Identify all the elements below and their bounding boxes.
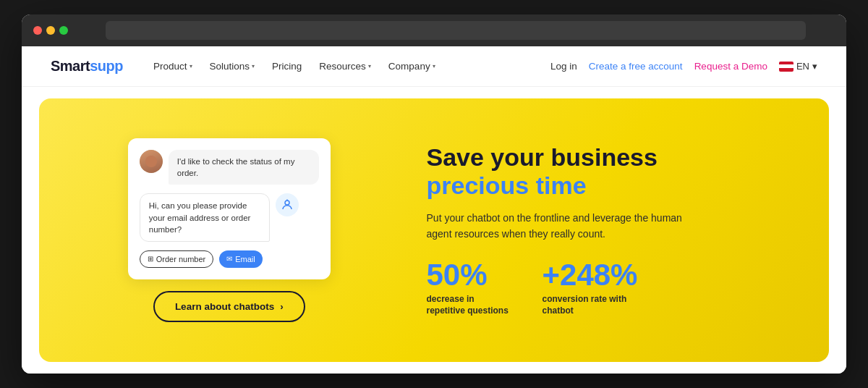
- nav-links: Product ▾ Solutions ▾ Pricing Resources …: [146, 56, 550, 76]
- stat-2: +248% conversion rate with chatbot: [542, 260, 638, 318]
- flag-icon: [779, 62, 793, 72]
- traffic-light-yellow[interactable]: [46, 26, 55, 35]
- chevron-down-icon: ▾: [190, 63, 192, 69]
- hero-section: I'd like to check the status of my order…: [39, 98, 829, 362]
- traffic-light-green[interactable]: [59, 26, 68, 35]
- svg-point-0: [285, 201, 289, 205]
- arrow-right-icon: ›: [280, 301, 284, 312]
- hero-title-line2: precious time: [427, 172, 793, 200]
- stat-2-value: +248%: [542, 260, 638, 290]
- stat-1: 50% decrease in repetitive questions: [427, 260, 514, 318]
- request-demo-link[interactable]: Request a Demo: [694, 61, 767, 72]
- stat-1-label: decrease in repetitive questions: [427, 293, 514, 318]
- user-bubble: I'd like to check the status of my order…: [169, 150, 319, 185]
- chat-mockup: I'd like to check the status of my order…: [128, 138, 331, 279]
- learn-about-chatbots-button[interactable]: Learn about chatbots ›: [153, 291, 305, 322]
- chevron-down-icon: ▾: [433, 63, 435, 69]
- bot-bubble: Hi, can you please provide your email ad…: [140, 193, 270, 241]
- address-bar[interactable]: [106, 21, 806, 40]
- stat-1-value: 50%: [427, 260, 514, 290]
- navbar: Smartsupp Product ▾ Solutions ▾ Pricing …: [22, 46, 846, 87]
- traffic-lights: [33, 26, 68, 35]
- chevron-down-icon: ▾: [812, 61, 817, 72]
- logo-smart: Smart: [51, 58, 90, 75]
- bot-icon: [281, 198, 294, 211]
- user-avatar: [140, 150, 163, 173]
- chevron-down-icon: ▾: [252, 63, 255, 69]
- chevron-down-icon: ▾: [368, 63, 371, 69]
- stats-row: 50% decrease in repetitive questions +24…: [427, 260, 793, 318]
- bot-avatar: [276, 193, 299, 216]
- login-link[interactable]: Log in: [550, 61, 577, 72]
- order-number-button[interactable]: ⊞ Order number: [140, 250, 213, 268]
- email-button[interactable]: ✉ Email: [219, 250, 263, 268]
- chat-bot-message: Hi, can you please provide your email ad…: [140, 193, 319, 241]
- chat-action-buttons: ⊞ Order number ✉ Email: [140, 250, 319, 268]
- language-selector[interactable]: EN ▾: [779, 61, 817, 72]
- logo[interactable]: Smartsupp: [51, 58, 123, 75]
- nav-item-pricing[interactable]: Pricing: [265, 56, 309, 76]
- hero-title-line1: Save your business: [427, 143, 793, 172]
- browser-content: Smartsupp Product ▾ Solutions ▾ Pricing …: [22, 46, 846, 374]
- nav-item-product[interactable]: Product ▾: [146, 56, 200, 76]
- nav-right: Log in Create a free account Request a D…: [550, 61, 817, 72]
- hero-right: Save your business precious time Put you…: [398, 143, 793, 318]
- traffic-light-red[interactable]: [33, 26, 42, 35]
- nav-item-resources[interactable]: Resources ▾: [312, 56, 378, 76]
- create-account-link[interactable]: Create a free account: [589, 61, 683, 72]
- logo-supp: supp: [90, 58, 123, 75]
- browser-window: Smartsupp Product ▾ Solutions ▾ Pricing …: [22, 14, 846, 374]
- hero-left: I'd like to check the status of my order…: [61, 138, 398, 321]
- nav-item-company[interactable]: Company ▾: [381, 56, 443, 76]
- stat-2-label: conversion rate with chatbot: [542, 293, 629, 318]
- chat-user-message: I'd like to check the status of my order…: [140, 150, 319, 185]
- nav-item-solutions[interactable]: Solutions ▾: [203, 56, 263, 76]
- browser-chrome: [22, 14, 846, 46]
- hero-description: Put your chatbot on the frontline and le…: [427, 210, 687, 242]
